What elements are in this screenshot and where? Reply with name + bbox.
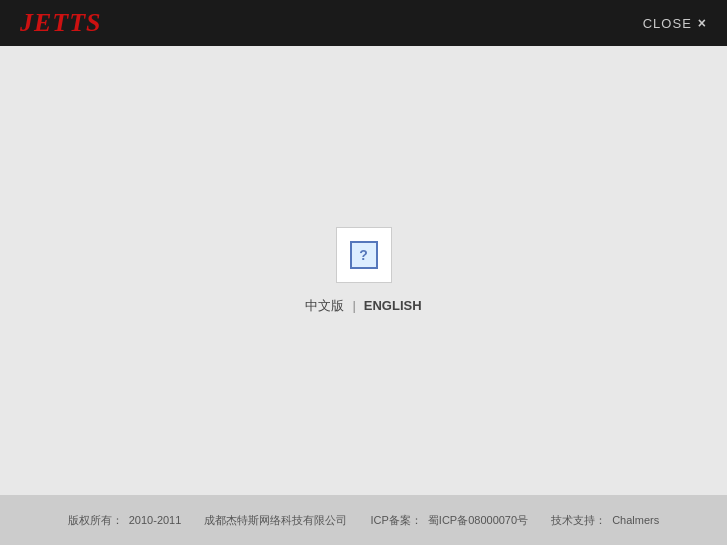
center-block: ? 中文版 | ENGLISH	[305, 227, 421, 315]
icp-label: ICP备案：	[370, 513, 421, 528]
broken-image-icon: ?	[350, 241, 378, 269]
language-chinese[interactable]: 中文版	[305, 297, 344, 315]
language-english[interactable]: ENGLISH	[364, 298, 422, 313]
main-content: ? 中文版 | ENGLISH	[0, 46, 727, 495]
close-button[interactable]: CLOSE ×	[643, 15, 707, 31]
close-icon: ×	[698, 15, 707, 31]
footer-separator-3	[538, 514, 541, 526]
language-selector: 中文版 | ENGLISH	[305, 297, 421, 315]
tech-name: Chalmers	[612, 514, 659, 526]
copyright-years: 2010-2011	[129, 514, 182, 526]
tech-label: 技术支持：	[551, 513, 606, 528]
footer-separator-2	[357, 514, 360, 526]
close-label[interactable]: CLOSE	[643, 16, 692, 31]
footer: 版权所有： 2010-2011 成都杰特斯网络科技有限公司 ICP备案： 蜀IC…	[0, 495, 727, 545]
footer-separator-1	[191, 514, 194, 526]
copyright-label: 版权所有：	[68, 513, 123, 528]
icp-number: 蜀ICP备08000070号	[428, 513, 528, 528]
company-name: 成都杰特斯网络科技有限公司	[204, 513, 347, 528]
image-container: ?	[336, 227, 392, 283]
logo: JETTS	[20, 8, 102, 38]
header: JETTS CLOSE ×	[0, 0, 727, 46]
language-divider: |	[352, 298, 355, 313]
